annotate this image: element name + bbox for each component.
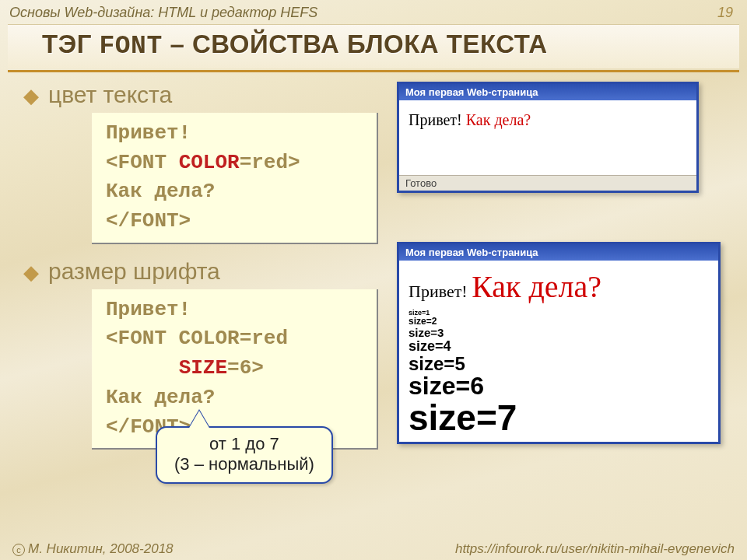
callout-tail-icon bbox=[188, 411, 210, 429]
browser-window-2: Моя первая Web-страница Привет! Как дела… bbox=[397, 242, 721, 444]
window-body: Привет! Как дела? size=1 size=2 size=3 s… bbox=[399, 261, 718, 442]
browser-window-1: Моя первая Web-страница Привет! Как дела… bbox=[397, 82, 699, 193]
doc-title: Основы Web-дизайна: HTML и редактор HEFS bbox=[9, 5, 317, 21]
size-sample: size=7 bbox=[409, 399, 709, 436]
code-box-color: Привет! <FONT COLOR=red> Как дела? </FON… bbox=[92, 113, 378, 244]
size-sample: size=1 bbox=[409, 310, 709, 317]
size-sample: size=5 bbox=[409, 354, 709, 373]
bullet-icon: ◆ bbox=[23, 262, 39, 282]
slide-title: ТЭГ FONT – СВОЙСТВА БЛОКА ТЕКСТА bbox=[42, 30, 739, 61]
footer: cМ. Никитин, 2008-2018 https://infourok.… bbox=[0, 541, 747, 557]
size-sample: size=4 bbox=[409, 339, 709, 354]
window-title: Моя первая Web-страница bbox=[399, 244, 718, 261]
bullet-color-label: цвет текста bbox=[48, 82, 172, 108]
size-sample: size=3 bbox=[409, 327, 709, 339]
callout-size-range: от 1 до 7 (3 – нормальный) bbox=[156, 426, 333, 484]
window-status: Готово bbox=[399, 175, 696, 191]
window-body: Привет! Как дела? bbox=[399, 100, 696, 175]
footer-url: https://infourok.ru/user/nikitin-mihail-… bbox=[455, 541, 735, 557]
size-sample: size=6 bbox=[409, 373, 709, 400]
size-sample: size=2 bbox=[409, 317, 709, 327]
copyright-icon: c bbox=[12, 544, 25, 556]
font-size-samples: size=1 size=2 size=3 size=4 size=5 size=… bbox=[409, 310, 709, 437]
bullet-size-label: размер шрифта bbox=[48, 258, 220, 285]
page-number: 19 bbox=[717, 5, 733, 21]
slide-title-bar: ТЭГ FONT – СВОЙСТВА БЛОКА ТЕКСТА bbox=[8, 24, 739, 68]
bullet-icon: ◆ bbox=[23, 86, 39, 106]
footer-author: cМ. Никитин, 2008-2018 bbox=[12, 541, 174, 557]
window-title: Моя первая Web-страница bbox=[399, 84, 696, 100]
